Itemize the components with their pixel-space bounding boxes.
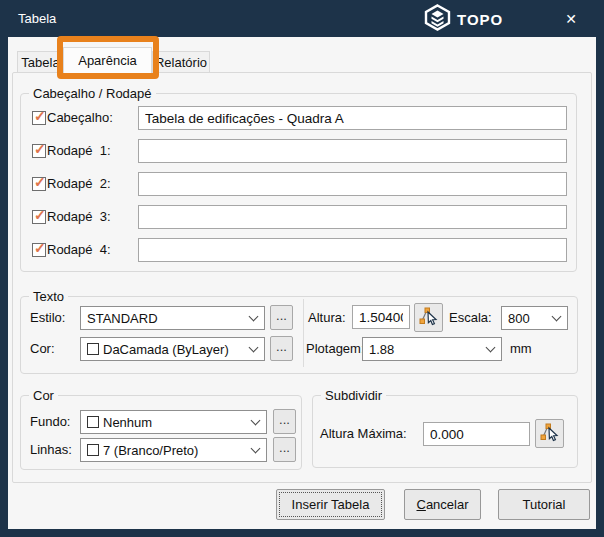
close-icon: ✕ [565, 11, 577, 27]
checkbox-rodape-3[interactable]: ✓ [32, 210, 46, 224]
label-unit-mm: mm [510, 337, 532, 361]
close-button[interactable]: ✕ [556, 6, 586, 32]
dropdown-linhas[interactable]: 7 (Branco/Preto) [80, 438, 267, 462]
tab-relatorio[interactable]: Relatório [152, 51, 210, 72]
ellipsis-icon: ... [276, 339, 287, 354]
input-rodape-1[interactable] [138, 139, 567, 163]
linhas-browse-button[interactable]: ... [273, 437, 296, 462]
chevron-down-icon [552, 311, 562, 321]
dropdown-escala-value: 800 [508, 311, 549, 326]
color-swatch [87, 416, 99, 428]
inserir-tabela-label: Inserir Tabela [292, 497, 370, 512]
tab-tabela[interactable]: Tabela [17, 51, 64, 72]
tutorial-button[interactable]: Tutorial [498, 489, 590, 520]
group-texto-legend: Texto [29, 288, 68, 305]
input-rodape-4[interactable] [138, 238, 567, 262]
label-linhas: Linhas: [30, 438, 72, 462]
cancelar-label-rest: ancelar [426, 497, 469, 512]
color-swatch [87, 343, 99, 355]
topo-brand: TOPO [424, 5, 503, 33]
dropdown-plotagem-value: 1.88 [369, 342, 483, 357]
check-icon: ✓ [34, 240, 46, 256]
chevron-down-icon [486, 342, 496, 352]
input-rodape-2[interactable] [138, 172, 567, 196]
texto-group-divider [303, 299, 304, 367]
label-escala: Escala: [449, 306, 492, 330]
cancelar-label-initial: C [416, 497, 425, 512]
tutorial-label: Tutorial [523, 497, 566, 512]
label-rodape-1: Rodapé 1: [47, 139, 111, 163]
dropdown-fundo[interactable]: Nenhum [80, 410, 267, 434]
input-cabecalho[interactable] [138, 106, 567, 130]
dropdown-fundo-value: Nenhum [103, 415, 248, 430]
label-rodape-2: Rodapé 2: [47, 172, 111, 196]
cancelar-button[interactable]: Cancelar [404, 489, 481, 520]
input-altura[interactable] [352, 305, 410, 329]
cor-texto-browse-button[interactable]: ... [270, 336, 293, 361]
ellipsis-icon: ... [279, 440, 290, 455]
altura-maxima-pick-button[interactable] [535, 419, 564, 448]
label-estilo: Estilo: [30, 306, 65, 330]
checkbox-rodape-1[interactable]: ✓ [32, 144, 46, 158]
tab-aparencia-label: Aparência [78, 53, 137, 68]
color-swatch [87, 444, 99, 456]
label-cor-texto: Cor: [30, 337, 55, 361]
check-icon: ✓ [34, 141, 46, 157]
dropdown-cor-texto-value: DaCamada (ByLayer) [103, 342, 246, 357]
pick-point-icon [419, 306, 439, 329]
dialog-window: Tabela TOPO ✕ Tabela Aparência Relatório… [0, 0, 604, 537]
ellipsis-icon: ... [276, 308, 287, 323]
fundo-browse-button[interactable]: ... [273, 409, 296, 434]
label-altura: Altura: [308, 306, 346, 330]
inserir-tabela-button[interactable]: Inserir Tabela [276, 489, 385, 520]
estilo-browse-button[interactable]: ... [270, 305, 293, 330]
dropdown-linhas-value: 7 (Branco/Preto) [103, 443, 248, 458]
group-subdividir-legend: Subdividir [321, 387, 386, 404]
label-rodape-3: Rodapé 3: [47, 205, 111, 229]
dropdown-escala[interactable]: 800 [501, 306, 568, 330]
dropdown-plotagem[interactable]: 1.88 [362, 337, 502, 361]
input-rodape-3[interactable] [138, 205, 567, 229]
tab-tabela-label: Tabela [21, 55, 59, 70]
checkbox-rodape-2[interactable]: ✓ [32, 177, 46, 191]
tab-relatorio-label: Relatório [155, 55, 207, 70]
checkbox-cabecalho[interactable]: ✓ [32, 111, 46, 125]
chevron-down-icon [249, 342, 259, 352]
input-altura-maxima[interactable] [423, 422, 530, 446]
label-fundo: Fundo: [30, 410, 70, 434]
label-altura-maxima: Altura Máxima: [320, 422, 407, 446]
dropdown-estilo-value: STANDARD [87, 311, 246, 326]
check-icon: ✓ [34, 174, 46, 190]
chevron-down-icon [249, 311, 259, 321]
check-icon: ✓ [34, 108, 46, 124]
brand-text: TOPO [457, 11, 503, 28]
label-rodape-4: Rodapé 4: [47, 238, 111, 262]
dropdown-estilo[interactable]: STANDARD [80, 306, 265, 330]
ellipsis-icon: ... [279, 412, 290, 427]
check-icon: ✓ [34, 207, 46, 223]
group-header-footer-legend: Cabeçalho / Rodapé [29, 85, 156, 102]
topo-logo-icon [424, 4, 451, 34]
label-plotagem: Plotagem: [306, 337, 365, 361]
altura-pick-button[interactable] [414, 303, 443, 332]
tab-aparencia[interactable]: Aparência [63, 47, 152, 73]
pick-point-icon [540, 422, 560, 445]
label-cabecalho: Cabeçalho: [47, 106, 113, 130]
dropdown-cor-texto[interactable]: DaCamada (ByLayer) [80, 337, 265, 361]
chevron-down-icon [251, 415, 261, 425]
group-cor-legend: Cor [29, 387, 58, 404]
checkbox-rodape-4[interactable]: ✓ [32, 243, 46, 257]
window-title: Tabela [18, 0, 56, 37]
chevron-down-icon [251, 443, 261, 453]
